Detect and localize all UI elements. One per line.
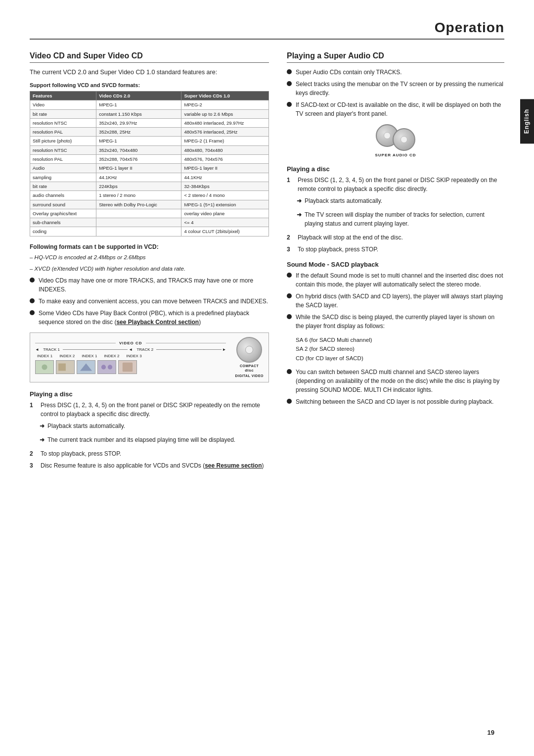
table-row: sub-channels <= 4 (30, 218, 269, 227)
list-item: On hybrid discs (with SACD and CD layers… (287, 292, 504, 310)
display-lines: SA 6 (for SACD Multi channel) SA 2 (for … (287, 335, 504, 363)
list-item: Select tracks using the menubar on the T… (287, 80, 504, 97)
left-bullets: Video CDs may have one or more TRACKS, a… (30, 276, 269, 327)
table-row: Audio MPEG-1 layer II MPEG-1 layer II (30, 164, 269, 173)
note1: – HQ-VCD is encoded at 2.4Mbps or 2.6Mbp… (30, 253, 269, 262)
sacd-logo-text: SUPER AUDIO CD (375, 153, 416, 157)
svg-point-1 (42, 364, 47, 370)
table-row: Overlay graphics/text overlay video plan… (30, 209, 269, 218)
bullet-icon (30, 298, 35, 303)
list-item: 3 Disc Resume feature is also applicable… (30, 461, 269, 470)
table-row: bit rate constant 1.150 Kbps variable up… (30, 109, 269, 118)
list-item: ➜ The current track number and its elaps… (30, 435, 269, 446)
right-playing-disc-heading: Playing a disc (287, 165, 504, 173)
table-header-features: Features (30, 92, 96, 100)
bullet-icon (287, 69, 292, 74)
page-number: 19 (488, 729, 494, 736)
index-labels: INDEX 1 INDEX 2 INDEX 1 INDEX 2 INDEX 3 (37, 354, 226, 358)
list-item: 2 To stop playback, press STOP. (30, 449, 269, 458)
list-item: 3 To stop playback, press STOP. (287, 245, 504, 254)
bullet-icon (287, 399, 292, 404)
list-item: If SACD-text or CD-text is available on … (287, 100, 504, 118)
table-row: resolution PAL 352x288, 704x576 480x576,… (30, 155, 269, 164)
sacd-logo: SUPER AUDIO CD (366, 124, 425, 157)
bullet-icon (287, 102, 292, 107)
thumbnail-1 (35, 360, 54, 374)
table-row: resolution NTSC 352x240, 29.97Hz 480x480… (30, 118, 269, 127)
following-formats: Following formats can t be supported in … (30, 243, 269, 250)
list-item: ➜ Playback starts automatically. (287, 196, 504, 207)
sound-mode-bullets: If the default Sound mode is set to mult… (287, 271, 504, 331)
table-header-vcd: Video CDs 2.0 (96, 92, 181, 100)
right-section-heading: Playing a Super Audio CD (287, 51, 504, 63)
thumbnail-5 (118, 360, 137, 374)
list-item: While the SACD disc is being played, the… (287, 313, 504, 331)
support-table: Features Video CDs 2.0 Super Video CDs 1… (30, 91, 269, 236)
disc-diagram-content: VIDEO CD ◄ TRACK 1 ◄ TRACK 2 ► (35, 341, 226, 374)
compact-disc-logo: COMPACT disc DIGITAL VIDEO (235, 337, 264, 378)
table-header-svcd: Super Video CDs 1.0 (181, 92, 269, 100)
list-item: You can switch between SACD multi channe… (287, 368, 504, 394)
list-item: Video CDs may have one or more TRACKS, a… (30, 276, 269, 294)
list-item: Switching between the SACD and CD layer … (287, 397, 504, 406)
svg-point-8 (108, 365, 112, 369)
list-item: To make easy and convenient access, you … (30, 297, 269, 306)
left-playing-disc-heading: Playing a disc (30, 390, 269, 398)
disc-circle-icon (236, 337, 262, 363)
list-item: ➜ The TV screen will display the number … (287, 210, 504, 230)
page-header: Operation (30, 20, 504, 40)
left-playing-disc-steps: 1 Press DISC (1, 2, 3, 4, 5) on the fron… (30, 401, 269, 470)
svg-rect-10 (123, 363, 133, 372)
thumbnail-4 (97, 360, 116, 374)
language-tab: English (520, 99, 534, 143)
display-line-3: CD (for CD layer of SACD) (296, 354, 504, 363)
left-section-heading: Video CD and Super Video CD (30, 51, 269, 63)
bullet-icon (30, 278, 35, 283)
svg-rect-6 (98, 361, 115, 374)
thumbnail-3 (77, 360, 95, 374)
table-row: resolution NTSC 352x240, 704x480 480x480… (30, 145, 269, 154)
main-content: Video CD and Super Video CD The current … (30, 51, 504, 475)
disc-diagram: VIDEO CD ◄ TRACK 1 ◄ TRACK 2 ► (30, 332, 269, 382)
table-row: audio channels 1 stereo / 2 mono < 2 ste… (30, 191, 269, 200)
left-intro: The current VCD 2.0 and Super Video CD 1… (30, 68, 269, 77)
display-line-1: SA 6 (for SACD Multi channel) (296, 335, 504, 344)
right-playing-disc-steps: 1 Press DISC (1, 2, 3, 4, 5) on the fron… (287, 176, 504, 254)
bullet-icon (287, 314, 292, 319)
table-row: resolution PAL 352x288, 25Hz 480x576 int… (30, 128, 269, 137)
table-row: bit rate 224Kbps 32-384Kbps (30, 182, 269, 190)
list-item: Super Audio CDs contain only TRACKS. (287, 68, 504, 77)
page-container: Operation Video CD and Super Video CD Th… (0, 0, 534, 756)
sound-mode-heading: Sound Mode - SACD playback (287, 261, 504, 268)
table-row: Still picture (photo) MPEG-1 MPEG-2 (1 F… (30, 137, 269, 145)
table-row: coding 4 colour CLUT (2bits/pixel) (30, 227, 269, 236)
table-label: Support following VCD and SVCD formats: (30, 81, 269, 90)
list-item: Some Video CDs have Play Back Control (P… (30, 309, 269, 327)
right-bullets: Super Audio CDs contain only TRACKS. Sel… (287, 68, 504, 118)
table-row: surround sound Stereo with Dolby Pro-Log… (30, 200, 269, 209)
left-column: Video CD and Super Video CD The current … (30, 51, 269, 475)
list-item: 1 Press DISC (1, 2, 3, 4, 5) on the fron… (287, 176, 504, 193)
bullet-icon (287, 293, 292, 298)
svg-rect-3 (58, 364, 66, 371)
sacd-disc-icon-2 (393, 128, 415, 151)
svg-point-7 (101, 365, 106, 369)
thumbnail-2 (56, 360, 75, 374)
display-line-2: SA 2 (for SACD stereo) (296, 344, 504, 353)
disc-thumbnails (35, 360, 226, 374)
note2: – XVCD (eXtended VCD) with higher resolu… (30, 265, 269, 273)
right-column: Playing a Super Audio CD Super Audio CDs… (287, 51, 504, 475)
list-item: If the default Sound mode is set to mult… (287, 271, 504, 289)
disc-label-row: VIDEO CD (35, 341, 226, 345)
bullet-icon (287, 81, 292, 86)
list-item: 1 Press DISC (1, 2, 3, 4, 5) on the fron… (30, 401, 269, 419)
list-item: 2 Playback will stop at the end of the d… (287, 233, 504, 242)
disc-tracks-row: ◄ TRACK 1 ◄ TRACK 2 ► (35, 347, 226, 352)
bullet-icon (287, 369, 292, 374)
list-item: ➜ Playback starts automatically. (30, 422, 269, 432)
final-bullets: You can switch between SACD multi channe… (287, 368, 504, 406)
page-title: Operation (435, 20, 504, 36)
bullet-icon (30, 310, 35, 315)
sacd-circles (376, 124, 415, 151)
table-row: Video MPEG-1 MPEG-2 (30, 100, 269, 109)
